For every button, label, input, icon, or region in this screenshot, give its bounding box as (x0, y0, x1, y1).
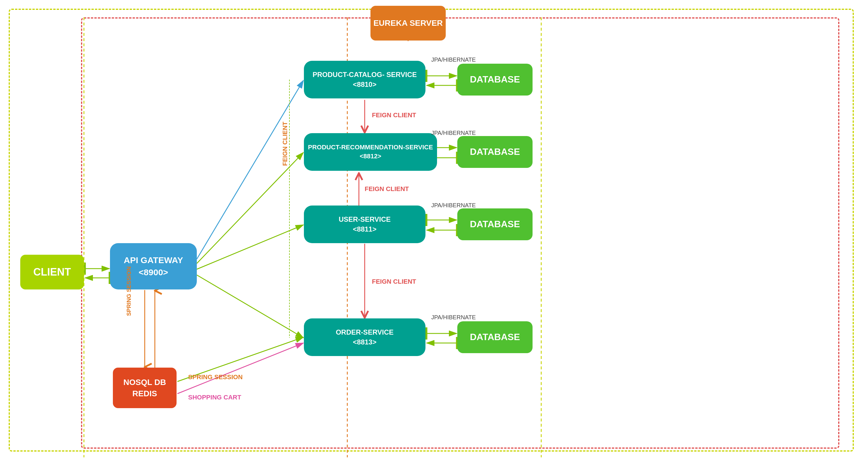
order-service-label: ORDER-SERVICE<8813> (336, 328, 394, 347)
jpa-label-2: JPA/HIBERNATE (431, 130, 476, 136)
db2-label: DATABASE (470, 146, 520, 158)
jpa-label-1: JPA/HIBERNATE (431, 57, 476, 63)
feign-client-label-2: FEIGN CLIENT (365, 185, 409, 193)
jpa-label-3: JPA/HIBERNATE (431, 202, 476, 209)
eureka-label: EUREKA SERVER (373, 18, 443, 28)
client-node: CLIENT (20, 255, 84, 289)
database-4-node: DATABASE (457, 321, 532, 353)
database-2-node: DATABASE (457, 136, 532, 168)
feign-client-label-1: FEIGN CLIENT (372, 112, 416, 119)
api-gateway-node: API GATEWAY<8900> (110, 243, 197, 289)
nosql-label: NOSQL DBREDIS (123, 377, 166, 399)
database-1-node: DATABASE (457, 64, 532, 95)
nosql-db-node: NOSQL DBREDIS (113, 368, 177, 408)
product-catalog-label: PRODUCT-CATALOG- SERVICE<8810> (313, 70, 417, 89)
spring-session-vertical-label: SPRING SESSION (126, 266, 132, 316)
eureka-server-node: EUREKA SERVER (370, 6, 446, 40)
product-rec-node: PRODUCT-RECOMMENDATION-SERVICE<8812> (304, 133, 437, 171)
product-catalog-node: PRODUCT-CATALOG- SERVICE<8810> (304, 61, 426, 98)
user-service-label: USER-SERVICE<8811> (339, 215, 391, 234)
order-service-node: ORDER-SERVICE<8813> (304, 318, 426, 356)
database-3-node: DATABASE (457, 208, 532, 240)
spring-session-horizontal-label: SPRING SESSION (188, 373, 243, 381)
diagram-container: EUREKA SERVER CLIENT API GATEWAY<8900> N… (0, 0, 868, 464)
feign-client-vertical-label: FEIGN CLIENT (281, 122, 289, 166)
jpa-label-4: JPA/HIBERNATE (431, 314, 476, 321)
client-label: CLIENT (33, 266, 71, 279)
db4-label: DATABASE (470, 331, 520, 343)
product-rec-label: PRODUCT-RECOMMENDATION-SERVICE<8812> (308, 143, 433, 161)
db3-label: DATABASE (470, 218, 520, 230)
user-service-node: USER-SERVICE<8811> (304, 206, 426, 243)
gateway-label: API GATEWAY<8900> (124, 254, 183, 278)
db1-label: DATABASE (470, 73, 520, 86)
shopping-cart-label: SHOPPING CART (188, 394, 241, 401)
feign-client-label-3: FEIGN CLIENT (372, 278, 416, 285)
